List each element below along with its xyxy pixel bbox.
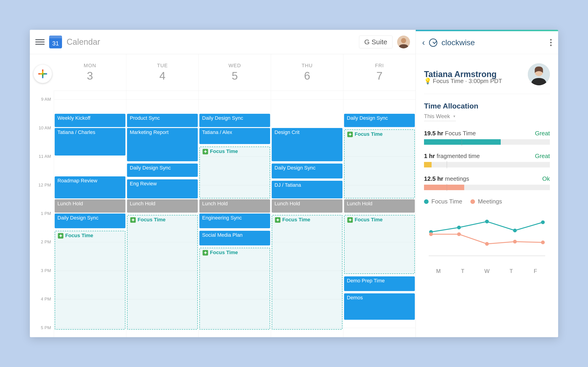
calendar-event[interactable]: Daily Design Sync xyxy=(344,114,415,127)
day-name: TUE xyxy=(157,63,168,69)
chart-legend: Focus Time Meetings xyxy=(424,198,550,205)
day-header[interactable]: MON3 xyxy=(54,54,126,91)
calendar-event[interactable]: Lunch Hold xyxy=(127,199,198,213)
calendar-event[interactable]: Eng Review xyxy=(127,179,198,198)
user-avatar[interactable] xyxy=(397,35,410,48)
focus-icon: ✦ xyxy=(275,217,280,223)
event-label: DJ / Tatiana xyxy=(275,182,301,188)
event-label: Focus Time xyxy=(138,217,166,223)
status-text: Focus Time · 3:00pm PDT xyxy=(433,77,502,85)
focus-time-block[interactable]: ✦Focus Time xyxy=(127,215,198,330)
more-options-button[interactable] xyxy=(550,39,552,46)
focus-time-block[interactable]: ✦Focus Time xyxy=(55,231,125,330)
app-title: Calendar xyxy=(67,37,100,47)
calendar-event[interactable]: Daily Design Sync xyxy=(199,114,270,127)
day-header[interactable]: WED5 xyxy=(199,54,271,91)
focus-time-block[interactable]: ✦Focus Time xyxy=(344,215,415,274)
calendar-event[interactable]: Lunch Hold xyxy=(344,199,415,213)
legend-focus: Focus Time xyxy=(424,198,462,205)
calendar-event[interactable]: Demo Prep Time xyxy=(344,276,415,291)
chart-x-label: M xyxy=(426,268,451,274)
calendar-event[interactable]: Roadmap Review xyxy=(55,176,125,198)
calendar-event[interactable]: Engineering Sync xyxy=(199,214,270,228)
svg-point-7 xyxy=(513,229,517,232)
svg-point-11 xyxy=(485,242,489,246)
calendar-event[interactable]: Lunch Hold xyxy=(272,199,342,213)
period-selector[interactable]: This Week ▼ xyxy=(424,113,456,121)
event-label: Marketing Report xyxy=(130,129,169,135)
time-label: 1 PM xyxy=(41,211,51,216)
chart-x-label: T xyxy=(451,268,475,274)
period-label: This Week xyxy=(424,113,450,119)
calendar-event[interactable]: DJ / Tatiana xyxy=(272,181,342,198)
calendar-event[interactable]: Tatiana / Alex xyxy=(199,128,270,144)
event-label: Lunch Hold xyxy=(202,201,228,206)
app-window: 31 Calendar G Suite MON3TUE4WED5THU6FRI7… xyxy=(30,30,558,337)
calendar-event[interactable]: Daily Design Sync xyxy=(127,164,198,177)
focus-time-block[interactable]: ✦Focus Time xyxy=(272,215,342,330)
calendar-event[interactable]: Daily Design Sync xyxy=(55,214,125,228)
focus-time-block[interactable]: ✦Focus Time xyxy=(344,129,415,198)
event-label: Design Crit xyxy=(275,129,300,135)
calendar-event[interactable]: Marketing Report xyxy=(127,128,198,161)
event-label: Engineering Sync xyxy=(202,215,242,221)
focus-icon: ✦ xyxy=(347,217,353,223)
calendar-event[interactable]: Weekly Kickoff xyxy=(55,114,125,127)
create-event-button[interactable] xyxy=(34,65,52,83)
calendar-event[interactable]: Product Sync xyxy=(127,114,198,127)
metric-bar xyxy=(424,139,550,145)
metric-status: Ok xyxy=(542,175,550,182)
metric-bar xyxy=(424,162,550,167)
focus-icon: ✦ xyxy=(130,217,136,223)
event-label: Focus Time xyxy=(355,217,383,223)
calendar-columns[interactable]: 9 AM10 AM11 AM12 PM1 PM2 PM3 PM4 PM5 PM … xyxy=(54,91,415,337)
day-column[interactable]: Daily Design Sync✦Focus TimeLunch Hold✦F… xyxy=(343,91,415,337)
event-label: Product Sync xyxy=(130,115,160,121)
time-label: 5 PM xyxy=(41,325,51,330)
gsuite-button[interactable]: G Suite xyxy=(359,35,393,48)
day-number: 5 xyxy=(232,69,238,82)
day-column[interactable]: Daily Design SyncTatiana / Alex✦Focus Ti… xyxy=(199,91,271,337)
calendar-panel: 31 Calendar G Suite MON3TUE4WED5THU6FRI7… xyxy=(30,30,416,337)
time-label: 4 PM xyxy=(41,297,51,302)
event-label: Focus Time xyxy=(65,233,93,239)
day-header[interactable]: FRI7 xyxy=(343,54,415,91)
calendar-event[interactable]: Social Media Plan xyxy=(199,231,270,245)
event-label: Daily Design Sync xyxy=(347,115,388,121)
legend-focus-label: Focus Time xyxy=(431,198,462,205)
event-label: Focus Time xyxy=(355,131,383,137)
clockwise-brand: clockwise xyxy=(441,38,475,47)
calendar-event[interactable]: Demos xyxy=(344,293,415,319)
calendar-event[interactable]: Lunch Hold xyxy=(55,199,125,213)
day-column[interactable]: Weekly KickoffTatiana / CharlesRoadmap R… xyxy=(54,91,126,337)
menu-icon[interactable] xyxy=(35,37,44,47)
calendar-logo-icon: 31 xyxy=(49,35,62,48)
event-label: Lunch Hold xyxy=(57,201,83,206)
calendar-event[interactable]: Design Crit xyxy=(272,128,342,161)
svg-point-10 xyxy=(457,232,461,236)
header-actions: G Suite xyxy=(359,35,410,48)
focus-time-block[interactable]: ✦Focus Time xyxy=(199,147,270,198)
focus-time-block[interactable]: ✦Focus Time xyxy=(199,248,270,330)
day-header[interactable]: TUE4 xyxy=(126,54,199,91)
chevron-down-icon: ▼ xyxy=(453,115,456,118)
focus-icon: ✦ xyxy=(203,250,208,256)
day-headers: MON3TUE4WED5THU6FRI7 xyxy=(54,54,415,91)
legend-meetings: Meetings xyxy=(470,198,502,205)
day-header[interactable]: THU6 xyxy=(271,54,343,91)
svg-point-13 xyxy=(541,241,545,244)
event-label: Tatiana / Charles xyxy=(57,129,95,135)
day-column[interactable]: Design CritDaily Design SyncDJ / Tatiana… xyxy=(271,91,343,337)
event-label: Daily Design Sync xyxy=(130,165,171,171)
time-label: 10 AM xyxy=(39,125,51,131)
event-label: Daily Design Sync xyxy=(275,165,316,171)
calendar-event[interactable]: Lunch Hold xyxy=(199,199,270,213)
calendar-logo-day: 31 xyxy=(52,40,59,47)
event-label: Weekly Kickoff xyxy=(57,115,90,121)
day-column[interactable]: Product SyncMarketing ReportDaily Design… xyxy=(126,91,199,337)
svg-point-5 xyxy=(457,226,461,229)
calendar-event[interactable]: Tatiana / Charles xyxy=(55,128,125,156)
event-label: Focus Time xyxy=(282,217,310,223)
back-button[interactable]: ‹ xyxy=(422,38,425,48)
calendar-event[interactable]: Daily Design Sync xyxy=(272,164,342,178)
